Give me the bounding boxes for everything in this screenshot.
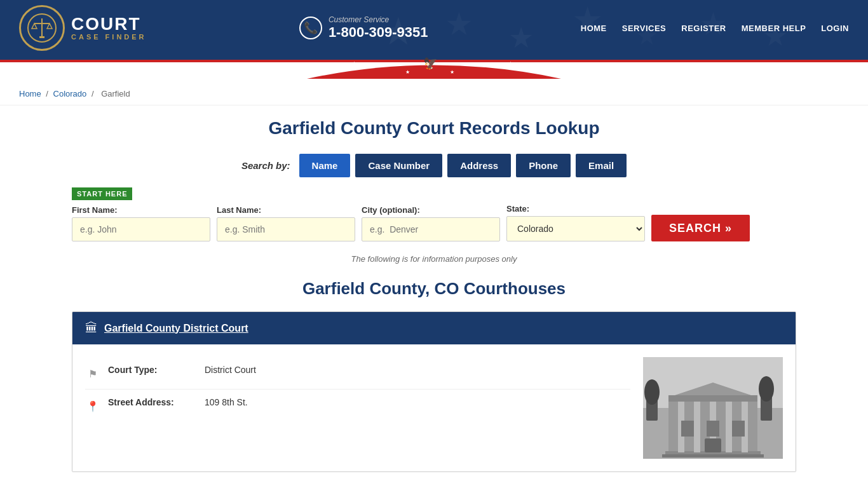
street-address-value: 109 8th St. — [205, 397, 248, 407]
start-here-badge: START HERE — [72, 187, 132, 200]
court-type-icon: ⚑ — [85, 366, 100, 381]
court-type-value: District Court — [205, 365, 256, 375]
logo-case-finder-label: CASE FINDER — [71, 33, 147, 41]
courthouse-name-link[interactable]: Garfield County District Court — [104, 323, 248, 334]
state-select[interactable]: Colorado Alabama Alaska Arizona Arkansas… — [506, 216, 645, 241]
svg-rect-28 — [662, 454, 764, 458]
search-by-label: Search by: — [241, 160, 290, 171]
courthouse-body: ⚑ Court Type: District Court 📍 Street Ad… — [72, 344, 796, 471]
tab-phone[interactable]: Phone — [516, 154, 571, 177]
nav-home[interactable]: HOME — [581, 24, 607, 33]
svg-rect-39 — [705, 438, 721, 452]
svg-text:★: ★ — [405, 69, 410, 75]
svg-rect-10 — [39, 36, 44, 38]
svg-rect-32 — [726, 402, 732, 452]
nav-member-help[interactable]: MEMBER HELP — [742, 24, 806, 33]
svg-rect-37 — [707, 421, 719, 437]
search-form-area: START HERE First Name: Last Name: City (… — [72, 187, 796, 241]
svg-rect-30 — [694, 402, 700, 452]
svg-text:★: ★ — [339, 63, 344, 70]
svg-text:★: ★ — [508, 22, 534, 54]
svg-text:🦅: 🦅 — [423, 57, 438, 71]
courthouse-details: ⚑ Court Type: District Court 📍 Street Ad… — [85, 357, 630, 459]
svg-text:★: ★ — [326, 67, 332, 74]
site-logo[interactable]: COURT CASE FINDER — [19, 5, 147, 51]
main-nav: HOME SERVICES REGISTER MEMBER HELP LOGIN — [581, 24, 849, 33]
svg-point-23 — [644, 379, 660, 405]
phone-icon: 📞 — [299, 17, 322, 39]
svg-text:★: ★ — [533, 67, 539, 74]
location-icon: 📍 — [85, 398, 100, 414]
svg-rect-36 — [681, 421, 694, 437]
street-address-row: 📍 Street Address: 109 8th St. — [85, 390, 630, 421]
breadcrumb: Home / Colorado / Garfield — [0, 83, 868, 105]
breadcrumb-county: Garfield — [101, 89, 130, 98]
first-name-group: First Name: — [72, 205, 210, 241]
courthouse-building-svg — [643, 357, 783, 459]
courthouse-header: 🏛 Garfield County District Court — [72, 312, 796, 344]
breadcrumb-home[interactable]: Home — [19, 89, 41, 98]
logo-circle-icon — [19, 5, 65, 51]
nav-register[interactable]: REGISTER — [681, 24, 726, 33]
city-group: City (optional): — [362, 205, 500, 241]
page-title: Garfield County Court Records Lookup — [72, 118, 796, 139]
street-address-label: Street Address: — [108, 397, 197, 407]
main-content: Garfield County Court Records Lookup Sea… — [53, 105, 815, 488]
breadcrumb-sep-1: / — [46, 89, 50, 98]
courthouse-card: 🏛 Garfield County District Court ⚑ Court… — [72, 311, 796, 472]
tab-name[interactable]: Name — [299, 154, 351, 177]
cs-label: Customer Service — [329, 15, 428, 24]
search-form: First Name: Last Name: City (optional): … — [72, 204, 796, 241]
info-note: The following is for information purpose… — [72, 254, 796, 264]
last-name-input[interactable] — [217, 217, 355, 241]
first-name-input[interactable] — [72, 217, 210, 241]
city-input[interactable] — [362, 217, 500, 241]
state-group: State: Colorado Alabama Alaska Arizona A… — [506, 204, 645, 241]
first-name-label: First Name: — [72, 205, 210, 215]
logo-text: COURT CASE FINDER — [71, 15, 147, 41]
svg-marker-34 — [668, 395, 757, 402]
courthouse-icon: 🏛 — [85, 321, 98, 336]
customer-service-area: 📞 Customer Service 1-800-309-9351 — [299, 15, 428, 41]
last-name-label: Last Name: — [217, 205, 355, 215]
svg-text:★: ★ — [508, 60, 513, 67]
logo-court-label: COURT — [71, 15, 147, 33]
svg-point-25 — [759, 376, 774, 402]
svg-rect-38 — [732, 421, 745, 437]
svg-text:★: ★ — [450, 69, 454, 75]
city-label: City (optional): — [362, 205, 500, 215]
search-button[interactable]: SEARCH » — [651, 215, 750, 241]
svg-text:★: ★ — [351, 60, 357, 67]
tab-address[interactable]: Address — [447, 154, 511, 177]
tab-email[interactable]: Email — [576, 154, 627, 177]
state-label: State: — [506, 204, 645, 214]
svg-text:★: ★ — [572, 0, 603, 39]
ribbon-area: ★ ★ ★ ★ ★ ★ 🦅 ★ ★ — [0, 62, 868, 83]
site-header: ★ ★ ★ ★ ★ ★ ★ COURT CASE FINDER 📞 Cus — [0, 0, 868, 56]
court-type-row: ⚑ Court Type: District Court — [85, 357, 630, 390]
courthouses-title: Garfield County, CO Courthouses — [72, 279, 796, 299]
nav-services[interactable]: SERVICES — [622, 24, 667, 33]
last-name-group: Last Name: — [217, 205, 355, 241]
nav-login[interactable]: LOGIN — [821, 24, 849, 33]
svg-text:★: ★ — [520, 63, 526, 70]
eagle-banner-icon: ★ ★ ★ ★ ★ ★ 🦅 ★ ★ — [307, 55, 561, 80]
breadcrumb-sep-2: / — [92, 89, 96, 98]
breadcrumb-state[interactable]: Colorado — [53, 89, 87, 98]
tab-case-number[interactable]: Case Number — [355, 154, 442, 177]
svg-text:★: ★ — [445, 6, 473, 42]
courthouse-image — [643, 357, 783, 459]
search-by-row: Search by: Name Case Number Address Phon… — [72, 154, 796, 177]
cs-number: 1-800-309-9351 — [329, 24, 428, 41]
court-type-label: Court Type: — [108, 365, 197, 375]
